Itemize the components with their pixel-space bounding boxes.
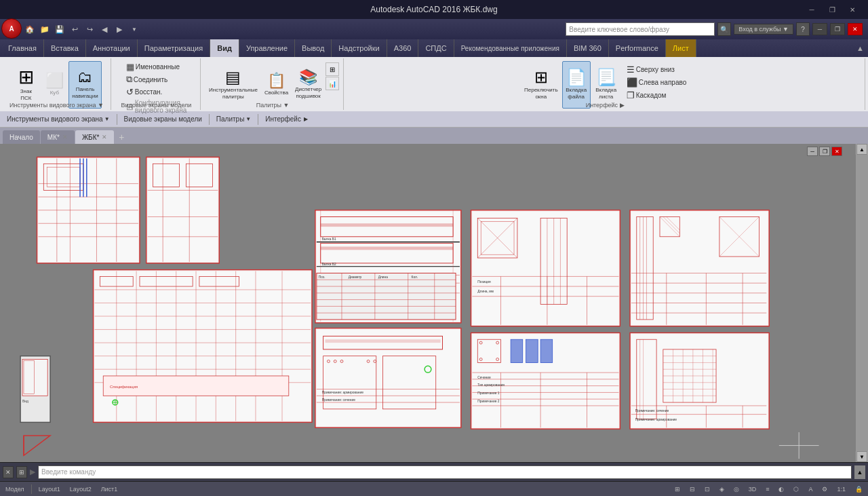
- status-layout2[interactable]: Layout2: [67, 485, 94, 493]
- svg-text:Спецификация: Спецификация: [110, 385, 138, 389]
- tab-vstavka[interactable]: Вставка: [44, 39, 86, 57]
- sign-in-button[interactable]: Вход в службы ▼: [734, 24, 793, 35]
- qa-back[interactable]: ◀: [98, 22, 111, 36]
- tab-bim360[interactable]: BIM 360: [567, 39, 609, 57]
- title-minimize[interactable]: ─: [812, 23, 827, 35]
- doc-tab-zbk-close[interactable]: ✕: [102, 134, 107, 140]
- tab-spds[interactable]: СПДС: [418, 39, 454, 57]
- search-button[interactable]: 🔍: [717, 22, 731, 36]
- btn-vosstanovit[interactable]: ↺ Восстан.: [124, 86, 165, 98]
- status-snap[interactable]: ⊞: [672, 485, 683, 493]
- svg-text:Балка Б1: Балка Б1: [322, 237, 336, 241]
- scroll-down-btn[interactable]: ▼: [856, 451, 867, 462]
- inner-minimize[interactable]: ─: [807, 147, 818, 156]
- doc-tabs: Начало МК* ✕ ЖБК* ✕ +: [0, 128, 868, 144]
- status-selection[interactable]: ⬡: [791, 485, 802, 493]
- status-transparency[interactable]: ◐: [776, 485, 787, 493]
- subbtn-interface[interactable]: Интерфейс ▶: [261, 115, 312, 123]
- search-box[interactable]: Введите ключевое слово/фразу: [566, 22, 715, 36]
- group-label-palitry: Палитры ▼: [202, 102, 343, 109]
- svg-rect-142: [631, 212, 768, 325]
- status-ortho[interactable]: ⊡: [702, 485, 713, 493]
- qa-dropdown[interactable]: ▼: [127, 22, 141, 36]
- window-title: Autodesk AutoCAD 2016 ЖБК.dwg: [370, 5, 497, 14]
- svg-text:Примечание: армирование: Примечание: армирование: [635, 418, 677, 421]
- restore-button[interactable]: ❐: [822, 4, 842, 15]
- qa-redo[interactable]: ↪: [83, 22, 96, 36]
- tab-list[interactable]: Лист: [666, 39, 696, 57]
- status-units[interactable]: 1:1: [834, 485, 848, 493]
- sleva-napravo-icon: ⬛: [627, 77, 637, 88]
- dispatcher-icon: 📚: [299, 70, 317, 85]
- title-restore[interactable]: ❐: [830, 23, 845, 35]
- qa-new[interactable]: 🏠: [23, 22, 37, 36]
- group-viewport-model: ▦ Именованные ⧉ Соединить ↺ Восстан. ⊟ К…: [113, 58, 201, 110]
- btn-sleva-napravo[interactable]: ⬛ Слева направо: [625, 77, 689, 88]
- tab-recommended[interactable]: Рекомендованные приложения: [454, 39, 567, 57]
- status-workspace[interactable]: ⚙: [819, 485, 830, 493]
- svg-rect-101: [472, 212, 618, 325]
- status-list1[interactable]: Лист1: [98, 485, 121, 493]
- doc-tab-mk[interactable]: МК* ✕: [41, 130, 75, 144]
- subbtn-viewport-tools[interactable]: Инструменты видового экрана ▼: [3, 115, 114, 123]
- qa-save[interactable]: 💾: [53, 22, 66, 36]
- status-model[interactable]: Модел: [3, 485, 27, 493]
- sub-divider2: [209, 114, 210, 125]
- group-viewport-tools: ⊞ ЗнакПСК ⬜ Куб 🗂 Панельнавигации Инстру…: [3, 58, 111, 110]
- status-layout1[interactable]: Layout1: [36, 485, 63, 493]
- tab-performance[interactable]: Performance: [609, 39, 666, 57]
- status-polar[interactable]: ◈: [717, 485, 727, 493]
- tab-vid[interactable]: Вид: [210, 39, 239, 57]
- znak-psk-icon: ⊞: [18, 68, 34, 87]
- tab-nadstrojki[interactable]: Надстройки: [332, 39, 387, 57]
- right-scrollbar[interactable]: ▲ ▼: [856, 144, 868, 462]
- tab-annotacii[interactable]: Аннотации: [86, 39, 138, 57]
- qa-undo[interactable]: ↩: [68, 22, 81, 36]
- cmd-btn-x[interactable]: ✕: [3, 466, 14, 478]
- btn-soedinit[interactable]: ⧉ Соединить: [124, 73, 170, 85]
- command-input[interactable]: Введите команду: [38, 465, 852, 479]
- inner-close[interactable]: ✕: [831, 147, 842, 156]
- autocad-orb[interactable]: A: [1, 18, 22, 39]
- tab-a360[interactable]: А360: [387, 39, 419, 57]
- tab-parametrizaciya[interactable]: Параметризация: [138, 39, 210, 57]
- ribbon-collapse[interactable]: ▲: [852, 44, 868, 52]
- cmd-scroll-up[interactable]: ▲: [854, 465, 865, 479]
- panel-nav-icon: 🗂: [77, 70, 92, 85]
- group-interface: ⊞ Переключитьокна 📄 Вкладкафайла 📃 Вклад…: [345, 58, 865, 110]
- doc-tab-zbk[interactable]: ЖБК* ✕: [75, 130, 115, 144]
- tab-upravlenie[interactable]: Управление: [239, 39, 295, 57]
- svg-text:Вид: Вид: [22, 400, 28, 403]
- btn-sverhu-vniz[interactable]: ☰ Сверху вниз: [625, 64, 689, 75]
- doc-tab-mk-close[interactable]: ✕: [62, 134, 68, 140]
- scroll-up-btn[interactable]: ▲: [856, 144, 867, 155]
- tab-vyvod[interactable]: Вывод: [295, 39, 332, 57]
- cmd-btn-mag[interactable]: ⊞: [16, 466, 27, 478]
- status-osnap[interactable]: ◎: [731, 485, 742, 493]
- doc-tab-add[interactable]: +: [115, 130, 128, 144]
- subbtn-palitry[interactable]: Палитры ▼: [212, 115, 255, 123]
- sub-divider3: [258, 114, 258, 125]
- status-lineweight[interactable]: ≡: [763, 485, 772, 493]
- qa-forward[interactable]: ▶: [113, 22, 126, 36]
- inner-restore[interactable]: ❐: [819, 147, 830, 156]
- status-3d[interactable]: 3D: [746, 485, 760, 493]
- btn-extra1[interactable]: ⊞: [326, 62, 339, 76]
- svg-text:Кол.: Кол.: [412, 275, 418, 279]
- btn-extra2[interactable]: 📊: [326, 77, 339, 90]
- drawing-viewport[interactable]: Спецификация Балка Б1: [0, 144, 856, 462]
- tab-glavnaya[interactable]: Главная: [1, 39, 44, 57]
- qa-open[interactable]: 📁: [38, 22, 52, 36]
- title-close[interactable]: ✕: [848, 23, 863, 35]
- help-button[interactable]: ?: [796, 22, 810, 36]
- status-grid[interactable]: ⊟: [687, 485, 698, 493]
- subbtn-viewport-model[interactable]: Видовые экраны модели: [120, 115, 206, 123]
- status-lock[interactable]: 🔒: [852, 485, 865, 493]
- btn-imennye[interactable]: ▦ Именованные: [124, 61, 182, 73]
- close-button[interactable]: ✕: [842, 4, 863, 15]
- svg-text:Примечание: сечение: Примечание: сечение: [635, 409, 669, 413]
- btn-kaskadom[interactable]: ❐ Каскадом: [625, 90, 689, 101]
- minimize-button[interactable]: ─: [802, 4, 822, 15]
- status-annotation[interactable]: A: [806, 485, 815, 493]
- doc-tab-nachalo[interactable]: Начало: [3, 130, 40, 144]
